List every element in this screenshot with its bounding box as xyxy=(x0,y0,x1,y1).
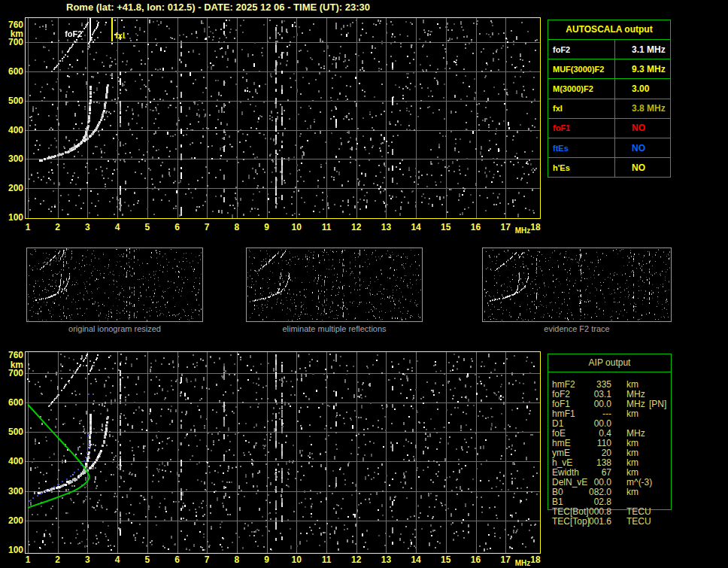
x-tick-label: 2 xyxy=(55,222,60,232)
x-tick-label: 17 xyxy=(501,222,511,232)
x-tick-label: 9 xyxy=(264,554,269,565)
thumbnail-canvas-evidence-f2-trace xyxy=(482,248,672,322)
mhz-unit-label: MHz xyxy=(515,558,531,566)
autoscala-row-label: M(3000)F2 xyxy=(548,79,615,98)
x-tick-label: 6 xyxy=(174,554,180,565)
autoscala-row-value: 3.8 MHz xyxy=(615,99,670,118)
autoscala-row-value: 3.00 xyxy=(615,79,670,98)
x-tick-label: 3 xyxy=(85,222,90,232)
autoscala-screen: Rome (lat: +41.8, lon: 012.5) - DATE: 20… xyxy=(0,0,728,568)
y-tick-label: 100 xyxy=(1,545,23,555)
autoscala-row-label: fxI xyxy=(548,99,615,118)
aip-row-unit: km xyxy=(626,409,639,419)
autoscala-row: MUF(3000)F29.3 MHz xyxy=(548,59,670,78)
aip-row-unit: TECU xyxy=(626,517,651,527)
plot-annotation-fxi: fxI xyxy=(115,31,125,40)
autoscala-output-table: AUTOSCALA output foF23.1 MHzMUF(3000)F29… xyxy=(548,20,671,178)
thumbnail-canvas-eliminate-reflections xyxy=(246,248,423,322)
autoscala-row-value: 9.3 MHz xyxy=(615,59,670,78)
x-tick-label: 3 xyxy=(85,554,90,565)
y-tick-label: 600 xyxy=(1,66,23,77)
x-tick-label: 11 xyxy=(322,554,332,565)
aip-output-table: AIP output hmF2335kmfoF203.1MHzfoF100.0M… xyxy=(548,354,672,510)
x-tick-label: 15 xyxy=(441,554,450,565)
x-tick-label: 10 xyxy=(292,222,302,232)
x-tick-label: 13 xyxy=(381,554,391,565)
autoscala-row-value: NO xyxy=(615,119,670,138)
x-tick-label: 6 xyxy=(174,222,180,232)
autoscala-row-label: foF1 xyxy=(548,119,615,138)
aip-row-extra: [PN] xyxy=(649,399,666,409)
autoscala-row: ftEsNO xyxy=(548,138,670,157)
thumbnail-caption: original ionogram resized xyxy=(26,324,203,333)
x-tick-label: 12 xyxy=(351,554,361,565)
x-tick-label: 4 xyxy=(115,554,120,565)
km-unit-label: km xyxy=(1,360,23,370)
aip-table-title: AIP output xyxy=(548,357,671,368)
x-tick-label: 5 xyxy=(144,554,150,565)
x-tick-label: 14 xyxy=(411,222,420,232)
autoscala-row: M(3000)F23.00 xyxy=(548,78,670,98)
mhz-unit-label: MHz xyxy=(515,226,531,234)
aip-row-value: 001.6 xyxy=(566,517,611,527)
autoscala-row-value: NO xyxy=(615,138,670,157)
x-tick-label: 9 xyxy=(264,222,269,232)
autoscala-row-label: foF2 xyxy=(548,40,615,59)
aip-header-divider xyxy=(548,372,671,372)
autoscala-row: h'EsNO xyxy=(548,157,670,177)
x-tick-label: 14 xyxy=(411,554,420,565)
y-tick-label: 400 xyxy=(1,125,23,135)
bottom-ionogram-canvas xyxy=(25,351,541,554)
plot-annotation-fof2: foF2 xyxy=(65,29,82,38)
x-tick-label: 12 xyxy=(351,222,361,232)
x-tick-label: 13 xyxy=(381,222,391,232)
x-tick-label: 10 xyxy=(292,554,302,565)
autoscala-table-title: AUTOSCALA output xyxy=(548,20,670,39)
x-tick-label: 7 xyxy=(205,222,210,232)
autoscala-table-rows: foF23.1 MHzMUF(3000)F29.3 MHzM(3000)F23.… xyxy=(548,39,670,177)
autoscala-row-value: NO xyxy=(615,158,670,177)
y-tick-label: 200 xyxy=(1,515,23,526)
y-tick-label: 600 xyxy=(1,397,23,408)
y-tick-label: 400 xyxy=(1,456,23,466)
top-ionogram-canvas xyxy=(25,17,541,219)
y-tick-label: 500 xyxy=(1,96,23,106)
x-tick-label: 5 xyxy=(144,222,150,232)
x-tick-label: 8 xyxy=(235,222,240,232)
x-tick-label: 2 xyxy=(55,554,60,565)
x-tick-label: 18 xyxy=(530,222,540,232)
y-tick-label: 300 xyxy=(1,486,23,497)
autoscala-row: fxI3.8 MHz xyxy=(548,99,670,118)
x-tick-label: 18 xyxy=(530,554,540,565)
y-tick-label: 500 xyxy=(1,427,23,437)
y-tick-label: 100 xyxy=(1,212,23,223)
y-tick-label: 200 xyxy=(1,183,23,193)
autoscala-row-value: 3.1 MHz xyxy=(615,40,670,59)
autoscala-row: foF1NO xyxy=(548,118,670,138)
x-tick-label: 8 xyxy=(235,554,240,565)
autoscala-row-label: MUF(3000)F2 xyxy=(548,59,615,78)
thumbnail-caption: evidence F2 trace xyxy=(482,324,672,333)
x-tick-label: 7 xyxy=(205,554,210,565)
aip-row-unit: km xyxy=(626,488,639,497)
thumbnail-canvas-original-ionogram xyxy=(26,248,203,322)
x-tick-label: 1 xyxy=(26,554,31,565)
x-tick-label: 16 xyxy=(471,222,481,232)
autoscala-row: foF23.1 MHz xyxy=(548,39,670,59)
page-title: Rome (lat: +41.8, lon: 012.5) - DATE: 20… xyxy=(66,2,370,13)
x-tick-label: 11 xyxy=(322,222,332,232)
x-tick-label: 16 xyxy=(471,554,481,565)
aip-row: TEC[Top]001.6TECU xyxy=(548,517,671,527)
autoscala-row-label: ftEs xyxy=(548,138,615,157)
y-tick-label: 300 xyxy=(1,153,23,164)
x-tick-label: 15 xyxy=(441,222,450,232)
autoscala-row-label: h'Es xyxy=(548,158,615,177)
x-tick-label: 4 xyxy=(115,222,120,232)
x-tick-label: 1 xyxy=(26,222,31,232)
x-tick-label: 17 xyxy=(501,554,511,565)
thumbnail-caption: eliminate multiple reflections xyxy=(246,324,423,333)
km-unit-label: km xyxy=(1,29,23,39)
